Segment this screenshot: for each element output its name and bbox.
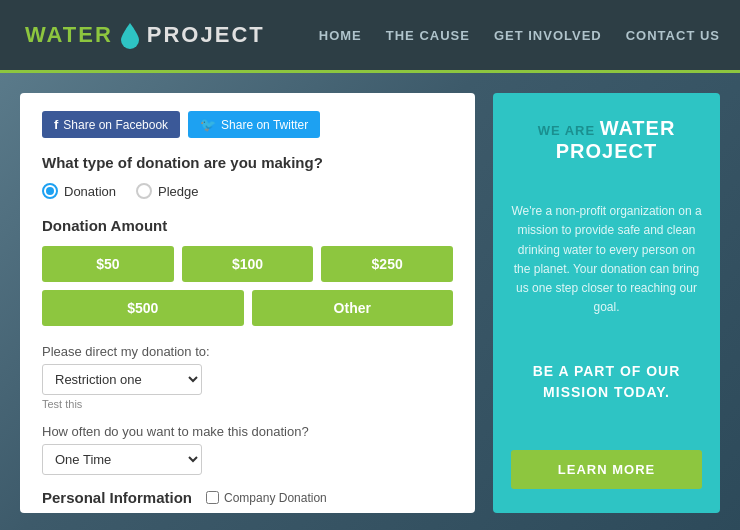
donation-form-panel: f Share on Facebook 🐦 Share on Twitter W…: [20, 93, 475, 513]
frequency-field: How often do you want to make this donat…: [42, 424, 453, 475]
twitter-label: Share on Twitter: [221, 118, 308, 132]
site-logo: WATER PROJECT: [25, 21, 265, 49]
we-are-text: WE ARE WATER PROJECT: [511, 117, 702, 163]
direct-select[interactable]: Restriction one Option two Option three: [42, 364, 202, 395]
sidebar-header: WE ARE WATER PROJECT: [511, 117, 702, 163]
amount-100-button[interactable]: $100: [182, 246, 314, 282]
facebook-label: Share on Facebook: [63, 118, 168, 132]
nav-the-cause[interactable]: THE CAUSE: [386, 28, 470, 43]
radio-donation[interactable]: Donation: [42, 183, 116, 199]
nav-contact-us[interactable]: CONTACT US: [626, 28, 720, 43]
water-drop-icon: [119, 21, 141, 49]
donation-amount-title: Donation Amount: [42, 217, 453, 234]
logo-water-text: WATER: [25, 22, 113, 48]
direct-hint: Test this: [42, 398, 453, 410]
frequency-label: How often do you want to make this donat…: [42, 424, 453, 439]
amount-250-button[interactable]: $250: [321, 246, 453, 282]
donation-type-radios: Donation Pledge: [42, 183, 453, 199]
radio-pledge-circle: [136, 183, 152, 199]
company-donation-checkbox[interactable]: Company Donation: [206, 491, 327, 505]
logo-project-text: PROJECT: [147, 22, 265, 48]
sidebar-description: We're a non-profit organization on a mis…: [511, 202, 702, 317]
personal-info-title: Personal Information: [42, 489, 192, 506]
amount-grid-row2: $500 Other: [42, 290, 453, 326]
radio-donation-circle: [42, 183, 58, 199]
amount-500-button[interactable]: $500: [42, 290, 244, 326]
radio-pledge[interactable]: Pledge: [136, 183, 198, 199]
social-buttons: f Share on Facebook 🐦 Share on Twitter: [42, 111, 453, 138]
amount-other-button[interactable]: Other: [252, 290, 454, 326]
nav-home[interactable]: HOME: [319, 28, 362, 43]
company-label: Company Donation: [224, 491, 327, 505]
share-facebook-button[interactable]: f Share on Facebook: [42, 111, 180, 138]
amount-50-button[interactable]: $50: [42, 246, 174, 282]
donation-type-question: What type of donation are you making?: [42, 154, 453, 171]
content-area: f Share on Facebook 🐦 Share on Twitter W…: [0, 73, 740, 530]
main-nav: HOME THE CAUSE GET INVOLVED CONTACT US: [319, 28, 720, 43]
site-header: WATER PROJECT HOME THE CAUSE GET INVOLVE…: [0, 0, 740, 70]
twitter-icon: 🐦: [200, 117, 216, 132]
learn-more-button[interactable]: LEARN MORE: [511, 450, 702, 489]
sidebar-panel: WE ARE WATER PROJECT We're a non-profit …: [493, 93, 720, 513]
direct-donation-field: Please direct my donation to: Restrictio…: [42, 344, 453, 410]
facebook-icon: f: [54, 117, 58, 132]
radio-donation-label: Donation: [64, 184, 116, 199]
amount-grid-row1: $50 $100 $250: [42, 246, 453, 282]
sidebar-mission: BE A PART OF OUR MISSION TODAY.: [511, 361, 702, 403]
we-are-label: WE ARE: [538, 123, 596, 138]
nav-get-involved[interactable]: GET INVOLVED: [494, 28, 602, 43]
radio-pledge-label: Pledge: [158, 184, 198, 199]
direct-label: Please direct my donation to:: [42, 344, 453, 359]
frequency-select[interactable]: One Time Monthly Yearly: [42, 444, 202, 475]
personal-info-header: Personal Information Company Donation: [42, 489, 453, 506]
share-twitter-button[interactable]: 🐦 Share on Twitter: [188, 111, 320, 138]
company-checkbox-input[interactable]: [206, 491, 219, 504]
